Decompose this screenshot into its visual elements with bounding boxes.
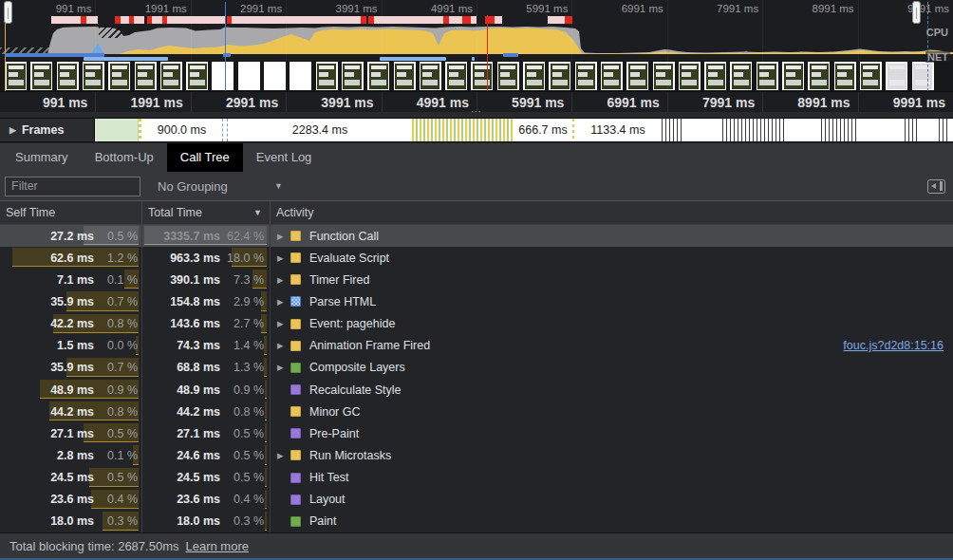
filmstrip-thumbnail[interactable] xyxy=(264,62,286,90)
self-time-cell: 48.9 ms0.9 % xyxy=(0,379,142,401)
column-header-total-time[interactable]: Total Time ▼ xyxy=(142,201,271,224)
table-row[interactable]: 62.6 ms1.2 %963.3 ms18.0 %▶Evaluate Scri… xyxy=(0,247,953,269)
grouping-value: No Grouping xyxy=(158,179,228,194)
tab-bottom-up[interactable]: Bottom-Up xyxy=(82,143,167,172)
learn-more-link[interactable]: Learn more xyxy=(185,539,248,553)
frame-segment[interactable] xyxy=(785,119,821,141)
filmstrip-thumbnail[interactable] xyxy=(497,62,519,90)
frames-track[interactable]: 900.0 ms2283.4 ms666.7 ms1133.4 ms xyxy=(95,119,953,141)
table-row[interactable]: 24.5 ms0.5 %24.5 ms0.5 %Hit Test xyxy=(0,467,953,489)
column-header-self-time[interactable]: Self Time xyxy=(0,201,142,224)
frame-duration-segment[interactable]: 666.7 ms xyxy=(514,119,572,141)
filmstrip-thumbnail[interactable] xyxy=(626,62,648,90)
filmstrip-thumbnail[interactable] xyxy=(523,62,545,90)
filmstrip-thumbnail[interactable] xyxy=(445,62,467,90)
tab-summary[interactable]: Summary xyxy=(2,143,82,172)
disclosure-triangle-icon[interactable]: ▶ xyxy=(277,341,290,350)
filmstrip-thumbnail[interactable] xyxy=(342,62,364,90)
frames-section-toggle[interactable]: ▶Frames xyxy=(0,119,95,141)
tab-call-tree[interactable]: Call Tree xyxy=(167,143,243,172)
table-row[interactable]: 7.1 ms0.1 %390.1 ms7.3 %▶Timer Fired xyxy=(0,269,953,290)
filmstrip-thumbnail[interactable] xyxy=(367,62,389,90)
activity-cell: ▶Evaluate Script xyxy=(271,247,953,269)
source-location-link[interactable]: fouc.js?d2d8:15:16 xyxy=(843,339,953,352)
column-divider[interactable] xyxy=(141,225,142,532)
filmstrip-thumbnail[interactable] xyxy=(212,62,234,90)
table-row[interactable]: 27.2 ms0.5 %3335.7 ms62.4 %▶Function Cal… xyxy=(0,225,953,247)
frame-segment[interactable] xyxy=(859,119,905,141)
column-divider[interactable] xyxy=(270,225,271,532)
filter-input[interactable] xyxy=(5,177,140,196)
overview-gridline xyxy=(476,0,477,91)
filmstrip-thumbnail[interactable] xyxy=(471,62,493,90)
filmstrip-thumbnail[interactable] xyxy=(808,62,830,90)
disclosure-triangle-icon[interactable]: ▶ xyxy=(277,297,290,307)
filmstrip-thumbnail[interactable] xyxy=(290,62,311,90)
table-row[interactable]: 48.9 ms0.9 %48.9 ms0.9 %Recalculate Styl… xyxy=(0,379,953,401)
frame-duration-segment[interactable]: 1133.4 ms xyxy=(574,119,662,141)
disclosure-triangle-icon[interactable]: ▶ xyxy=(277,363,290,372)
filmstrip-thumbnail[interactable] xyxy=(238,62,260,90)
filmstrip-thumbnail[interactable] xyxy=(704,62,726,90)
disclosure-triangle-icon[interactable]: ▶ xyxy=(277,232,290,241)
frame-segment[interactable] xyxy=(95,119,139,141)
filmstrip-thumbnail[interactable] xyxy=(679,62,701,90)
filmstrip-thumbnail[interactable] xyxy=(601,62,623,90)
table-row[interactable]: 35.9 ms0.7 %68.8 ms1.3 %▶Composite Layer… xyxy=(0,357,953,379)
frame-segment[interactable] xyxy=(662,119,682,141)
disclosure-triangle-icon[interactable]: ▶ xyxy=(277,451,290,460)
filmstrip-thumbnail[interactable] xyxy=(394,62,416,90)
frame-segment[interactable] xyxy=(412,119,514,141)
table-row[interactable]: 35.9 ms0.7 %154.8 ms2.9 %▶Parse HTML xyxy=(0,290,953,312)
frame-duration-segment[interactable]: 900.0 ms xyxy=(141,119,222,141)
tab-event-log[interactable]: Event Log xyxy=(243,143,326,172)
filmstrip-thumbnail[interactable] xyxy=(860,62,882,90)
frame-segment[interactable] xyxy=(920,119,939,141)
filmstrip-thumbnail[interactable] xyxy=(549,62,570,90)
table-row[interactable]: 44.2 ms0.8 %44.2 ms0.8 %Minor GC xyxy=(0,401,953,422)
filmstrip-thumbnail[interactable] xyxy=(57,62,79,90)
filmstrip-thumbnail[interactable] xyxy=(108,62,130,90)
filmstrip-thumbnail[interactable] xyxy=(186,62,208,90)
filmstrip-thumbnail[interactable] xyxy=(316,62,338,90)
table-row[interactable]: 27.1 ms0.5 %27.1 ms0.5 %Pre-Paint xyxy=(0,422,953,444)
disclosure-triangle-icon[interactable]: ▶ xyxy=(277,319,290,328)
column-header-activity[interactable]: Activity xyxy=(271,201,953,224)
filmstrip-thumbnail[interactable] xyxy=(757,62,778,90)
frame-segment[interactable] xyxy=(905,119,920,141)
filmstrip-thumbnail[interactable] xyxy=(912,62,934,90)
table-row[interactable]: 18.0 ms0.3 %18.0 ms0.3 %Paint xyxy=(0,511,953,532)
show-sidebar-icon[interactable] xyxy=(927,179,945,194)
frame-segment[interactable] xyxy=(682,119,722,141)
filmstrip-thumbnail[interactable] xyxy=(160,62,182,90)
filmstrip-thumbnail[interactable] xyxy=(5,62,27,90)
self-time-cell: 27.2 ms0.5 % xyxy=(0,225,142,247)
table-row[interactable]: 42.2 ms0.8 %143.6 ms2.7 %▶Event: pagehid… xyxy=(0,313,953,335)
frame-duration-segment[interactable]: 2283.4 ms xyxy=(228,119,412,141)
table-row[interactable]: 1.5 ms0.0 %74.3 ms1.4 %▶Animation Frame … xyxy=(0,335,953,357)
disclosure-triangle-icon[interactable]: ▶ xyxy=(277,253,290,263)
frame-segment[interactable] xyxy=(722,119,785,141)
filmstrip-thumbnail[interactable] xyxy=(730,62,752,90)
table-row[interactable]: 23.6 ms0.4 %23.6 ms0.4 %Layout xyxy=(0,489,953,511)
grouping-select[interactable]: No Grouping ▼ xyxy=(148,179,292,194)
call-tree-header: Self Time Total Time ▼ Activity xyxy=(0,201,953,225)
filmstrip-thumbnail[interactable] xyxy=(834,62,856,90)
table-row[interactable]: 2.8 ms0.1 %24.6 ms0.5 %▶Run Microtasks xyxy=(0,444,953,466)
self-time-value: 23.6 ms xyxy=(50,493,94,506)
filmstrip-thumbnail[interactable] xyxy=(420,62,441,90)
activity-cell: ▶Run Microtasks xyxy=(271,444,953,466)
frame-segment[interactable] xyxy=(821,119,859,141)
window-left-drag-handle[interactable] xyxy=(4,1,12,24)
filmstrip-thumbnail[interactable] xyxy=(575,62,597,90)
filmstrip-thumbnail[interactable] xyxy=(653,62,675,90)
timeline-overview[interactable]: 991 ms1991 ms2991 ms3991 ms4991 ms5991 m… xyxy=(0,0,953,112)
filmstrip-thumbnail[interactable] xyxy=(30,62,52,90)
filmstrip-thumbnail[interactable] xyxy=(782,62,804,90)
window-right-drag-handle[interactable] xyxy=(912,1,921,24)
frame-segment[interactable] xyxy=(939,119,950,141)
filmstrip-thumbnail[interactable] xyxy=(886,62,907,90)
filmstrip-thumbnail[interactable] xyxy=(83,62,104,90)
disclosure-triangle-icon[interactable]: ▶ xyxy=(277,275,290,285)
filmstrip-thumbnail[interactable] xyxy=(135,62,157,90)
